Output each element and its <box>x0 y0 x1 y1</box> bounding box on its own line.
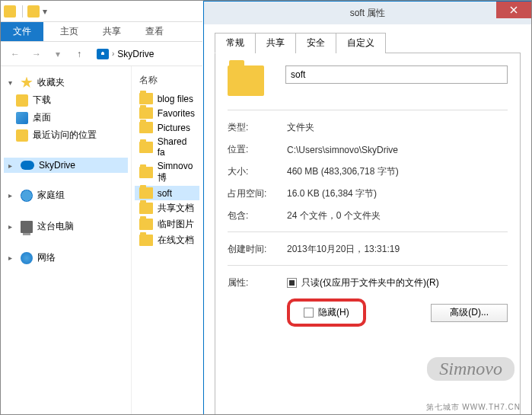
file-item[interactable]: blog files <box>135 91 199 106</box>
separator <box>22 5 23 18</box>
dialog-titlebar: soft 属性 <box>204 2 531 24</box>
sidebar-label: 这台电脑 <box>37 220 74 233</box>
skydrive-icon <box>97 49 109 59</box>
label-created: 创建时间: <box>228 243 287 256</box>
pc-icon <box>21 221 33 233</box>
file-name: blog files <box>158 94 193 104</box>
folder-large-icon <box>228 65 264 96</box>
value-created: 2013年10月20日，13:31:19 <box>287 243 400 256</box>
expand-icon: ▸ <box>8 161 16 170</box>
sidebar-network[interactable]: ▸网络 <box>4 249 128 267</box>
sidebar-item-downloads[interactable]: 下载 <box>4 91 128 109</box>
expand-icon: ▸ <box>8 191 16 200</box>
checkbox-icon <box>304 308 314 318</box>
properties-dialog: soft 属性 常规 共享 安全 自定义 类型:文件夹 位置:C:\Users\… <box>203 1 532 415</box>
nav-forward-icon[interactable]: → <box>28 46 45 62</box>
nav-recent-icon[interactable]: ▾ <box>49 46 66 62</box>
watermark: Simnovo <box>427 357 514 381</box>
column-header-name[interactable]: 名称 <box>135 72 199 91</box>
folder-icon <box>139 167 153 178</box>
skydrive-icon <box>21 161 34 170</box>
file-item[interactable]: 在线文档 <box>135 232 199 248</box>
tab-customize[interactable]: 自定义 <box>336 33 386 53</box>
file-name: Simnovo博 <box>158 161 195 184</box>
file-item[interactable]: Simnovo博 <box>135 159 199 186</box>
folder-icon <box>4 5 16 18</box>
nav-sidebar: ▾收藏夹 下载 桌面 最近访问的位置 ▸SkyDrive ▸家庭组 ▸这台电脑 … <box>1 66 131 415</box>
file-name: soft <box>158 188 172 199</box>
tab-general[interactable]: 常规 <box>215 33 256 53</box>
file-name: Favorites <box>158 108 195 119</box>
close-button[interactable] <box>496 2 531 18</box>
sidebar-item-desktop[interactable]: 桌面 <box>4 109 128 126</box>
tab-view[interactable]: 查看 <box>133 22 176 41</box>
checkbox-indeterminate-icon <box>287 278 297 288</box>
nav-up-icon[interactable]: ↑ <box>71 46 88 62</box>
folder-icon <box>139 219 153 230</box>
tab-security[interactable]: 安全 <box>295 33 336 53</box>
sidebar-favorites[interactable]: ▾收藏夹 <box>4 74 128 91</box>
ribbon-tabs: 文件 主页 共享 查看 <box>1 22 202 42</box>
breadcrumb-text: SkyDrive <box>117 49 154 59</box>
expand-icon: ▸ <box>8 222 16 231</box>
advanced-button[interactable]: 高级(D)... <box>431 304 508 322</box>
value-size: 460 MB (483,306,718 字节) <box>287 165 399 178</box>
nav-back-icon[interactable]: ← <box>7 46 24 62</box>
file-name: Shared fa <box>158 136 195 158</box>
tab-home[interactable]: 主页 <box>48 22 91 41</box>
desktop-icon <box>16 112 28 124</box>
checkbox-hidden[interactable]: 隐藏(H) <box>304 306 349 319</box>
breadcrumb[interactable]: › SkyDrive <box>92 45 196 63</box>
sidebar-label: 桌面 <box>33 111 51 124</box>
divider <box>228 231 508 232</box>
expand-icon: ▸ <box>8 254 16 262</box>
label-size: 大小: <box>228 165 287 178</box>
label-contains: 包含: <box>228 209 287 222</box>
value-type: 文件夹 <box>287 121 314 134</box>
file-name: 临时图片 <box>158 218 194 231</box>
nav-bar: ← → ▾ ↑ › SkyDrive <box>1 42 202 66</box>
file-item[interactable]: 临时图片 <box>135 216 199 232</box>
sidebar-skydrive[interactable]: ▸SkyDrive <box>4 158 128 173</box>
file-item[interactable]: Shared fa <box>135 135 199 159</box>
chevron-right-icon: › <box>112 49 114 58</box>
tab-file[interactable]: 文件 <box>1 22 43 41</box>
file-name: Pictures <box>158 123 190 133</box>
expand-icon: ▾ <box>8 78 16 87</box>
highlight-annotation: 隐藏(H) <box>287 298 366 327</box>
file-list: 名称 blog filesFavoritesPicturesShared faS… <box>131 66 202 415</box>
sidebar-label: 收藏夹 <box>37 76 65 89</box>
file-item[interactable]: soft <box>135 186 199 200</box>
divider <box>228 110 508 110</box>
folder-name-input[interactable] <box>285 65 508 84</box>
tab-sharing[interactable]: 共享 <box>255 33 296 53</box>
value-sizeondisk: 16.0 KB (16,384 字节) <box>287 187 377 200</box>
tab-share[interactable]: 共享 <box>91 22 133 41</box>
value-location: C:\Users\simnovo\SkyDrive <box>287 145 398 155</box>
qat-new-folder-icon[interactable] <box>27 5 40 18</box>
sidebar-thispc[interactable]: ▸这台电脑 <box>4 218 128 235</box>
folder-icon <box>16 94 28 107</box>
label-sizeondisk: 占用空间: <box>228 187 287 200</box>
folder-icon <box>139 235 153 246</box>
close-icon <box>510 6 518 14</box>
label-type: 类型: <box>228 121 287 134</box>
file-name: 在线文档 <box>158 234 194 247</box>
sidebar-item-recent[interactable]: 最近访问的位置 <box>4 126 128 144</box>
file-item[interactable]: Favorites <box>135 106 199 120</box>
network-icon <box>21 252 33 264</box>
sidebar-homegroup[interactable]: ▸家庭组 <box>4 187 128 204</box>
star-icon <box>21 77 33 89</box>
dialog-title: soft 属性 <box>350 7 386 20</box>
folder-icon <box>139 203 153 214</box>
sidebar-label: 网络 <box>37 251 56 264</box>
checkbox-readonly[interactable]: 只读(仅应用于文件夹中的文件)(R) <box>287 276 439 289</box>
divider <box>228 265 508 266</box>
folder-icon <box>139 93 153 104</box>
sidebar-label: 家庭组 <box>37 189 65 202</box>
file-item[interactable]: 共享文档 <box>135 200 199 216</box>
file-item[interactable]: Pictures <box>135 120 199 135</box>
qat-dropdown-icon[interactable]: ▾ <box>43 6 47 17</box>
sidebar-label: SkyDrive <box>39 160 75 171</box>
folder-icon <box>139 122 153 133</box>
